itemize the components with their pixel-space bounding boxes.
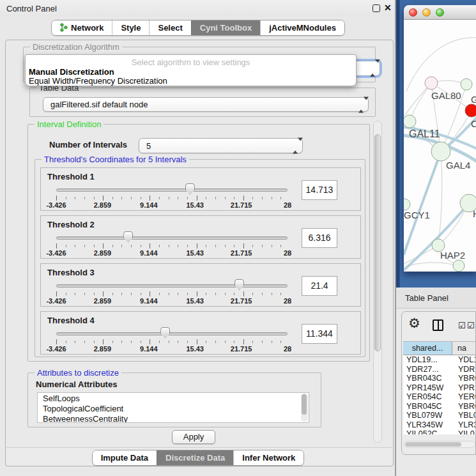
tab-impute-data[interactable]: Impute Data	[93, 450, 157, 465]
table-row[interactable]: YBR043CYBR0	[403, 374, 476, 383]
slider-handle[interactable]	[185, 183, 195, 194]
table-cell[interactable]: YBL0	[452, 411, 476, 420]
table-row[interactable]: YIL052CYIL0	[403, 429, 476, 434]
table-cell[interactable]: YLR345W	[403, 420, 452, 430]
node[interactable]	[461, 79, 472, 90]
attribute-item[interactable]: TopologicalCoefficient	[38, 403, 309, 413]
close-icon[interactable]: ✕	[384, 3, 392, 13]
list-scrollbar[interactable]	[301, 394, 308, 422]
tab-network[interactable]: Network	[52, 20, 112, 35]
table-cell[interactable]: YER0	[452, 392, 476, 402]
tick-label: 15.43	[186, 297, 204, 305]
table-row[interactable]: YPR145WYPR1	[403, 383, 476, 393]
columns-icon[interactable]	[433, 319, 443, 331]
dropdown-option[interactable]: Equal Width/Frequency Discretization	[29, 76, 167, 86]
node-gcy1[interactable]	[404, 199, 410, 210]
minimize-traffic-light-icon[interactable]	[422, 8, 431, 17]
column-header-selected[interactable]: shared...	[403, 342, 452, 355]
apply-button[interactable]: Apply	[172, 430, 215, 444]
slider-track[interactable]	[56, 284, 288, 288]
table-cell[interactable]: YBR043C	[403, 374, 452, 383]
slider-handle[interactable]	[160, 327, 170, 338]
network-canvas[interactable]: GAL80 GAL11 GAL4 GCY1 HAP2 G C H	[404, 20, 476, 272]
thresholds-group: Threshold's Coordinates for 5 Intervals …	[35, 159, 365, 357]
table-cell[interactable]: YBR0	[452, 374, 476, 383]
table-cell[interactable]: YBR0	[452, 402, 476, 411]
node-selected-red[interactable]	[465, 104, 476, 117]
table-cell[interactable]: YPR145W	[403, 383, 452, 393]
table-cell[interactable]: YBL079W	[403, 411, 452, 420]
float-window-icon[interactable]	[372, 4, 380, 12]
algorithm-combobox[interactable]	[356, 61, 380, 76]
tab-style[interactable]: Style	[112, 20, 149, 35]
table-horizontal-scrollbar[interactable]	[403, 441, 475, 448]
table-row[interactable]: YDR27...YDR2	[403, 365, 476, 374]
table-cell[interactable]: YLR3	[452, 420, 476, 430]
control-panel-titlebar: Control Panel ✕	[0, 0, 396, 17]
threshold-slider[interactable]: -3.4262.8599.14415.4321.71528	[56, 327, 288, 354]
node-label: HAP2	[440, 250, 465, 261]
tab-cyni-toolbox[interactable]: Cyni Toolbox	[191, 20, 260, 35]
threshold-value-field[interactable]: 21.4	[302, 276, 337, 296]
close-traffic-light-icon[interactable]	[409, 8, 417, 17]
table-panel-titlebar: Table Panel	[396, 288, 476, 309]
node-label: GAL80	[431, 90, 461, 101]
network-window-titlebar[interactable]	[404, 5, 476, 20]
node-gal11[interactable]	[404, 115, 416, 128]
network-view-window[interactable]: GAL80 GAL11 GAL4 GCY1 HAP2 G C H	[404, 5, 476, 272]
table-cell[interactable]: YER054C	[403, 392, 452, 402]
table-cell[interactable]: YDR27...	[403, 365, 452, 374]
slider-handle[interactable]	[234, 279, 244, 290]
table-cell[interactable]: YDL1	[452, 355, 476, 365]
threshold-panel: Threshold 4 -3.4262.8599.14415.4321.7152…	[40, 311, 361, 355]
main-vertical-scrollbar[interactable]	[373, 121, 382, 443]
tab-jactivemnodules[interactable]: jActiveMNodules	[260, 20, 344, 35]
num-intervals-combobox[interactable]: 5	[139, 138, 303, 153]
table-row[interactable]: YER054CYER0	[403, 392, 476, 402]
node-label-clipped: C	[471, 118, 476, 129]
table-cell[interactable]: YDL19...	[403, 355, 452, 365]
table-row[interactable]: YDL19...YDL1	[403, 355, 476, 365]
attribute-item[interactable]: SelfLoops	[38, 393, 309, 403]
attribute-item[interactable]: BetweennessCentrality	[38, 413, 309, 423]
node-gal4[interactable]	[431, 142, 450, 161]
tab-discretize-data[interactable]: Discretize Data	[157, 450, 233, 465]
threshold-slider[interactable]: -3.4262.8599.14415.4321.71528	[56, 231, 288, 258]
scrollbar-thumb[interactable]	[405, 442, 461, 447]
cyni-toolbox-content: Discretization Algorithm Select algorith…	[5, 40, 394, 466]
scrollbar-thumb[interactable]	[374, 134, 381, 351]
tick-label: 21.715	[231, 297, 252, 305]
zoom-traffic-light-icon[interactable]	[436, 8, 444, 17]
checkbox-icon[interactable]: ☑	[467, 321, 475, 330]
table-cell[interactable]: YIL052C	[403, 429, 452, 434]
table-data-combobox[interactable]: galFiltered.sif default node	[43, 97, 369, 112]
scrollbar-thumb[interactable]	[302, 394, 307, 415]
node[interactable]	[453, 260, 464, 272]
node-gal80[interactable]	[425, 77, 438, 89]
attributes-listbox[interactable]: SelfLoopsTopologicalCoefficientBetweenne…	[37, 392, 309, 423]
slider-track[interactable]	[56, 236, 288, 240]
table-row[interactable]: YBL079WYBL0	[403, 411, 476, 420]
table-cell[interactable]: YIL0	[452, 429, 476, 434]
threshold-value-field[interactable]: 6.316	[302, 228, 337, 248]
slider-track[interactable]	[56, 332, 288, 335]
gear-icon[interactable]: ⚙	[408, 316, 420, 331]
column-header[interactable]: na	[452, 342, 476, 355]
slider-handle[interactable]	[123, 231, 133, 242]
table-row[interactable]: YBR045CYBR0	[403, 402, 476, 411]
threshold-value-field[interactable]: 14.713	[302, 180, 337, 200]
table-data-group: Table Data galFiltered.sif default node	[29, 88, 376, 117]
table-row[interactable]: YLR345WYLR3	[403, 420, 476, 430]
tab-select[interactable]: Select	[149, 20, 190, 35]
combo-value: galFiltered.sif default node	[50, 100, 148, 109]
checkbox-icon[interactable]: ☑	[458, 321, 466, 330]
slider-track[interactable]	[56, 188, 288, 192]
dropdown-option[interactable]: Manual Discretization	[29, 67, 114, 77]
threshold-slider[interactable]: -3.4262.8599.14415.4321.71528	[56, 183, 288, 210]
table-cell[interactable]: YBR045C	[403, 402, 452, 411]
threshold-value-field[interactable]: 11.344	[302, 324, 337, 344]
tab-infer-network[interactable]: Infer Network	[233, 450, 303, 465]
table-cell[interactable]: YPR1	[452, 383, 476, 393]
threshold-slider[interactable]: -3.4262.8599.14415.4321.71528	[56, 279, 288, 306]
table-cell[interactable]: YDR2	[452, 365, 476, 374]
